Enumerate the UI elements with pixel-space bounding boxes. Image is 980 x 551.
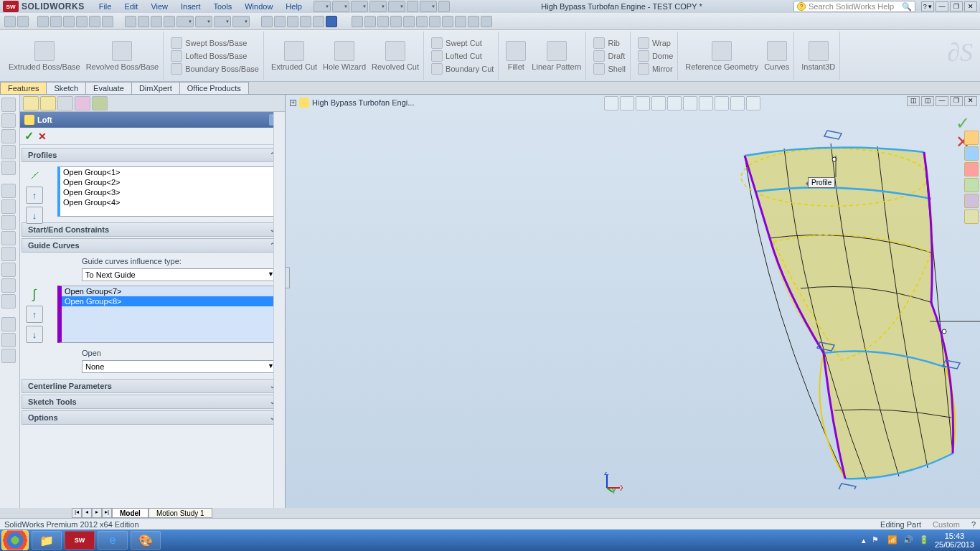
list-item[interactable]: Open Group<7> bbox=[62, 286, 277, 296]
guide-influence-select[interactable]: To Next Guide▼ bbox=[82, 268, 278, 281]
rail-icon[interactable] bbox=[1, 184, 16, 198]
tb-icon[interactable] bbox=[89, 16, 100, 27]
taskbar-ie[interactable]: e bbox=[98, 531, 128, 550]
centerline-parameters-header[interactable]: Centerline Parameters⌄ bbox=[22, 379, 282, 393]
vp-minimize-button[interactable]: — bbox=[936, 96, 948, 106]
open-button[interactable] bbox=[332, 1, 349, 12]
pm-tab-feature-tree[interactable] bbox=[23, 96, 39, 110]
tb-icon[interactable] bbox=[287, 16, 298, 27]
open-select[interactable]: None▼ bbox=[82, 360, 278, 373]
dome-button[interactable]: Dome bbox=[638, 50, 673, 62]
rail-icon[interactable] bbox=[1, 129, 16, 143]
tab-evaluate[interactable]: Evaluate bbox=[85, 82, 132, 94]
tb-icon[interactable] bbox=[76, 16, 88, 27]
linear-pattern-button[interactable]: Linear Pattern bbox=[532, 41, 581, 71]
taskbar-solidworks[interactable]: SW bbox=[65, 531, 95, 550]
options-button[interactable] bbox=[438, 1, 450, 12]
close-button[interactable]: ✕ bbox=[964, 1, 977, 11]
rail-icon[interactable] bbox=[1, 317, 16, 331]
pm-tab-display[interactable] bbox=[92, 96, 108, 110]
prev-view-button[interactable] bbox=[636, 96, 650, 110]
rail-icon[interactable] bbox=[1, 263, 16, 277]
hide-show-button[interactable] bbox=[699, 96, 713, 110]
profiles-list[interactable]: Open Group<1> Open Group<2> Open Group<3… bbox=[57, 166, 278, 217]
tb-icon[interactable] bbox=[102, 16, 113, 27]
tb-icon[interactable] bbox=[468, 16, 479, 27]
move-up-button[interactable]: ↑ bbox=[26, 306, 43, 323]
tab-motion-study[interactable]: Motion Study 1 bbox=[149, 508, 212, 518]
display-style-button[interactable] bbox=[683, 96, 697, 110]
tray-expand-icon[interactable]: ▴ bbox=[862, 536, 866, 545]
draft-button[interactable]: Draft bbox=[593, 50, 625, 62]
move-down-button[interactable]: ↓ bbox=[26, 326, 43, 343]
menu-view[interactable]: View bbox=[145, 1, 174, 11]
extruded-cut-button[interactable]: Extruded Cut bbox=[271, 41, 317, 71]
list-item-selected[interactable]: Open Group<8> bbox=[62, 296, 277, 306]
rail-icon[interactable] bbox=[1, 333, 16, 347]
help-dropdown[interactable]: ? ▾ bbox=[921, 1, 934, 11]
menu-tools[interactable]: Tools bbox=[208, 1, 238, 11]
save-button[interactable] bbox=[351, 1, 368, 12]
options-header[interactable]: Options⌄ bbox=[22, 410, 282, 425]
rail-icon[interactable] bbox=[1, 98, 16, 112]
tree-expand-icon[interactable]: + bbox=[290, 100, 296, 106]
tray-flag-icon[interactable]: ⚑ bbox=[872, 535, 882, 545]
profile-direction-icon[interactable]: ⟋ bbox=[26, 166, 43, 184]
tab-model[interactable]: Model bbox=[112, 508, 149, 518]
tb-icon[interactable] bbox=[300, 16, 311, 27]
help-search[interactable]: ? Search SolidWorks Help 🔍 bbox=[793, 1, 915, 12]
graphics-viewport[interactable]: + High Bypass Turbofan Engi... ◫ ◫ — ❐ ✕… bbox=[286, 95, 980, 508]
instant3d-button[interactable]: Instant3D bbox=[801, 41, 835, 71]
tb-icon[interactable] bbox=[390, 16, 402, 27]
mirror-button[interactable]: Mirror bbox=[638, 62, 673, 75]
move-up-button[interactable]: ↑ bbox=[26, 187, 43, 204]
tray-network-icon[interactable]: 📶 bbox=[887, 535, 897, 545]
tb-icon[interactable] bbox=[37, 16, 49, 27]
vp-tile-button[interactable]: ◫ bbox=[921, 96, 934, 106]
tb-icon[interactable] bbox=[481, 16, 492, 27]
rail-icon[interactable] bbox=[1, 247, 16, 261]
swept-cut-button[interactable]: Swept Cut bbox=[431, 37, 482, 50]
rail-icon[interactable] bbox=[1, 278, 16, 293]
tb-icon[interactable] bbox=[232, 16, 250, 27]
rail-icon[interactable] bbox=[1, 215, 16, 230]
tb-icon[interactable] bbox=[442, 16, 453, 27]
tb-icon[interactable] bbox=[364, 16, 376, 27]
profiles-header[interactable]: Profiles⌃ bbox=[22, 148, 282, 162]
vp-maximize-button[interactable]: ❐ bbox=[950, 96, 963, 106]
rail-icon[interactable] bbox=[1, 145, 16, 159]
move-down-button[interactable]: ↓ bbox=[26, 207, 43, 224]
list-item[interactable]: Open Group<1> bbox=[60, 167, 277, 177]
tab-dimxpert[interactable]: DimXpert bbox=[131, 82, 180, 94]
wrap-button[interactable]: Wrap bbox=[638, 37, 671, 50]
undo-button[interactable] bbox=[388, 1, 405, 12]
panel-collapse-handle[interactable] bbox=[286, 267, 290, 288]
tb-icon[interactable] bbox=[176, 16, 194, 27]
tray-power-icon[interactable]: 🔋 bbox=[919, 535, 929, 545]
tab-sketch[interactable]: Sketch bbox=[46, 82, 86, 94]
tb-icon[interactable] bbox=[151, 16, 162, 27]
menu-window[interactable]: Window bbox=[239, 1, 278, 11]
tb-icon[interactable] bbox=[416, 16, 428, 27]
rebuild-button[interactable] bbox=[420, 1, 437, 12]
pm-tab-property-manager[interactable] bbox=[40, 96, 56, 110]
start-button[interactable] bbox=[1, 530, 29, 550]
tb-icon[interactable] bbox=[50, 16, 62, 27]
tb-icon[interactable] bbox=[125, 16, 136, 27]
appearance-button[interactable] bbox=[715, 96, 729, 110]
menu-edit[interactable]: Edit bbox=[118, 1, 143, 11]
pm-tab-dimxpert[interactable] bbox=[75, 96, 90, 110]
menu-help[interactable]: Help bbox=[280, 1, 308, 11]
tab-scroll-prev[interactable]: ◂ bbox=[82, 508, 92, 518]
revolved-boss-button[interactable]: Revolved Boss/Base bbox=[86, 41, 159, 71]
zoom-fit-button[interactable] bbox=[604, 96, 618, 110]
tb-icon[interactable] bbox=[195, 16, 212, 27]
tb-icon[interactable] bbox=[455, 16, 466, 27]
tb-icon[interactable] bbox=[261, 16, 273, 27]
profile-callout[interactable]: Profile bbox=[808, 177, 835, 188]
extruded-boss-button[interactable]: Extruded Boss/Base bbox=[9, 41, 80, 71]
fillet-button[interactable]: Fillet bbox=[506, 41, 526, 71]
rail-icon[interactable] bbox=[1, 161, 16, 175]
minimize-button[interactable]: — bbox=[936, 1, 948, 11]
system-clock[interactable]: 15:43 25/06/2013 bbox=[935, 532, 974, 549]
